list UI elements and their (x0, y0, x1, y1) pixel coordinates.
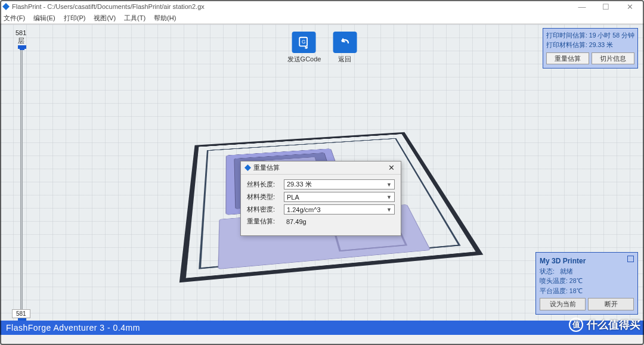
nozzle-temp-label: 喷头温度: (540, 277, 568, 284)
weight-label: 重量估算: (247, 217, 284, 226)
filament-length-label: 丝料长度: (247, 180, 284, 189)
layer-slider[interactable] (20, 46, 23, 321)
title-bar: FlashPrint - C:/Users/casatift/Documents… (0, 0, 644, 13)
menu-print[interactable]: 打印(P) (64, 14, 86, 23)
printer-status-label: 状态: (540, 268, 555, 275)
dialog-logo-icon (244, 164, 251, 171)
layer-indicator: 581 层 (16, 29, 26, 45)
maximize-button[interactable]: ☐ (594, 0, 618, 13)
estimate-time-row: 打印时间估算: 19 小时 58 分钟 (546, 31, 634, 41)
weight-estimate-dialog: 重量估算 ✕ 丝料长度: 29.33 米 ▼ 材料类型: PLA ▼ 材料密度: (240, 161, 401, 236)
chevron-down-icon: ▼ (386, 207, 392, 213)
menu-help[interactable]: 帮助(H) (154, 14, 176, 23)
send-gcode-button[interactable]: G 发送GCode (287, 32, 321, 64)
slider-thumb-bottom[interactable] (18, 318, 26, 321)
edit-printer-icon[interactable] (627, 256, 634, 262)
svg-marker-0 (2, 3, 10, 10)
material-type-dropdown[interactable]: PLA ▼ (284, 192, 395, 202)
top-toolbar: G 发送GCode 返回 (287, 32, 357, 64)
dialog-close-button[interactable]: ✕ (386, 163, 397, 172)
estimate-material-row: 打印材料估算: 29.33 米 (546, 41, 634, 50)
density-dropdown[interactable]: 1.24g/cm^3 ▼ (284, 204, 395, 215)
estimate-material-label: 打印材料估算: (546, 41, 587, 48)
viewport-3d[interactable]: 581 层 581 G 发送GCode 返回 打印时间估算: 19 小时 58 … (0, 24, 644, 321)
layer-unit-label: 层 (16, 36, 26, 45)
estimate-panel: 打印时间估算: 19 小时 58 分钟 打印材料估算: 29.33 米 重量估算… (543, 28, 638, 69)
layer-top-value: 581 (16, 29, 26, 36)
send-gcode-label: 发送GCode (287, 55, 321, 64)
slider-thumb-top[interactable] (18, 45, 26, 49)
weight-value: 87.49g (284, 218, 395, 225)
bed-temp-value: 18℃ (569, 287, 583, 294)
close-button[interactable]: ✕ (618, 0, 642, 13)
filament-length-value: 29.33 米 (287, 180, 312, 189)
printer-status-value: 就绪 (560, 268, 573, 275)
filament-length-dropdown[interactable]: 29.33 米 ▼ (284, 179, 395, 189)
material-type-value: PLA (287, 194, 299, 201)
minimize-button[interactable]: — (570, 0, 594, 13)
estimate-material-value: 29.33 米 (589, 41, 613, 48)
bed-temp-label: 平台温度: (540, 287, 568, 294)
dialog-titlebar[interactable]: 重量估算 ✕ (241, 161, 401, 175)
back-button[interactable]: 返回 (333, 32, 357, 64)
layer-bottom-value: 581 (12, 309, 30, 318)
svg-marker-3 (244, 164, 251, 171)
gcode-icon: G (292, 32, 316, 53)
weight-estimate-button[interactable]: 重量估算 (546, 52, 589, 65)
back-arrow-icon (333, 32, 357, 53)
nozzle-temp-value: 28℃ (569, 277, 583, 284)
printer-profile-text: FlashForge Adventurer 3 - 0.4mm (6, 323, 140, 332)
density-value: 1.24g/cm^3 (287, 206, 321, 213)
estimate-time-label: 打印时间估算: (546, 32, 587, 39)
menu-file[interactable]: 文件(F) (4, 14, 25, 23)
menu-edit[interactable]: 编辑(E) (33, 14, 55, 23)
window-title: FlashPrint - C:/Users/casatift/Documents… (12, 3, 205, 10)
svg-text:G: G (302, 39, 305, 45)
window-controls: — ☐ ✕ (570, 0, 642, 13)
app-logo-icon (2, 3, 10, 10)
menu-tools[interactable]: 工具(T) (124, 14, 145, 23)
dialog-title: 重量估算 (253, 163, 280, 172)
menu-view[interactable]: 视图(V) (94, 14, 116, 23)
menu-bar: 文件(F) 编辑(E) 打印(P) 视图(V) 工具(T) 帮助(H) (0, 13, 644, 24)
slice-info-button[interactable]: 切片信息 (592, 52, 634, 65)
set-current-button[interactable]: 设为当前 (540, 298, 586, 310)
density-label: 材料密度: (247, 205, 284, 214)
disconnect-button[interactable]: 断开 (588, 298, 634, 310)
chevron-down-icon: ▼ (386, 182, 392, 188)
printer-panel: My 3D Printer 状态: 就绪 喷头温度: 28℃ 平台温度: 18℃… (535, 252, 638, 315)
status-bar: FlashForge Adventurer 3 - 0.4mm (0, 321, 644, 335)
back-label: 返回 (338, 55, 351, 64)
chevron-down-icon: ▼ (386, 194, 392, 200)
estimate-time-value: 19 小时 58 分钟 (589, 32, 634, 39)
printer-name: My 3D Printer (540, 256, 586, 267)
material-type-label: 材料类型: (247, 192, 284, 201)
